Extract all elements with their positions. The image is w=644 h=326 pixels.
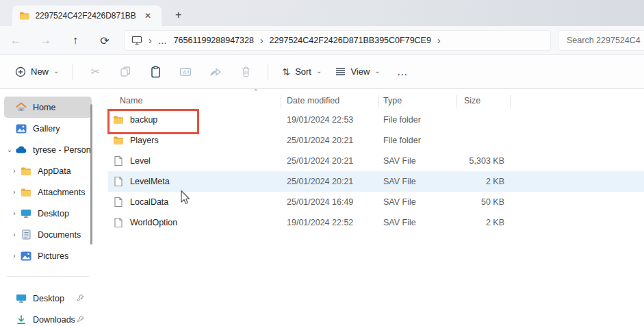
chevron-right-icon: › [149,36,152,45]
forward-button[interactable]: → [36,32,55,49]
view-button-label: View [350,66,370,77]
this-pc-icon [131,36,142,45]
onedrive-cloud-icon [15,145,27,155]
new-button-label: New [31,66,49,77]
refresh-button[interactable]: ⟳ [95,32,114,49]
copy-button[interactable] [110,62,140,82]
cut-button[interactable]: ✂ [80,62,110,82]
documents-icon [20,229,32,240]
share-icon [209,66,222,77]
tab-close-icon[interactable]: ✕ [141,10,155,21]
chevron-collapsed-icon[interactable]: › [9,231,20,238]
file-icon [113,197,124,207]
file-icon [113,156,124,166]
column-divider[interactable] [378,95,379,108]
tab-title: 2297524C42F2426D871BB395C0F79CE9 [35,11,136,21]
chevron-right-icon: › [260,36,263,45]
gallery-icon [15,123,27,134]
folder-icon [113,136,124,145]
navigation-pane: Home Gallery ⌄ [0,89,96,326]
sidebar-scrollbar[interactable] [90,104,92,244]
mouse-cursor [178,189,190,205]
trash-icon [241,66,251,77]
breadcrumb-item[interactable]: 2297524C42F2426D871BB395C0F79CE9 [270,36,431,45]
back-button[interactable]: ← [6,32,25,49]
tab-strip: 2297524C42F2426D871BB395C0F79CE9 ✕ + [0,0,644,26]
sidebar-item-documents[interactable]: › Documents [9,224,92,245]
pin-icon [77,294,85,303]
column-divider[interactable] [456,95,457,108]
chevron-right-icon: › [437,36,441,45]
chevron-collapsed-icon[interactable]: › [9,188,20,196]
sidebar-item-desktop[interactable]: › Desktop [9,203,92,224]
column-header-date-modified[interactable]: Date modified [281,96,378,105]
sidebar-item-home[interactable]: Home [4,97,92,118]
sidebar-item-pictures[interactable]: › Pictures [9,245,92,266]
file-icon [113,177,124,186]
file-row-level[interactable]: Level 25/01/2024 20:21 SAV File 5,303 KB [108,151,644,171]
search-input[interactable]: Search 2297524C4 [558,30,644,51]
breadcrumb-item[interactable]: 76561199288947328 [174,36,254,45]
paste-button[interactable] [140,62,170,82]
chevron-down-icon: ⌄ [316,67,322,75]
view-list-icon [335,67,346,76]
share-button[interactable] [201,62,231,82]
column-header-type[interactable]: Type [378,96,456,105]
sort-ascending-icon: ⌃ [253,88,259,95]
folder-icon [20,166,32,177]
view-button[interactable]: View ⌄ [329,62,387,81]
svg-text:A: A [183,69,187,75]
sidebar-item-onedrive[interactable]: ⌄ tyrese - Persona [4,139,92,160]
chevron-down-icon: ⌄ [53,67,59,75]
scissors-icon: ✂ [91,65,100,78]
column-headers: Name Date modified Type Size ⌃ [108,91,644,110]
address-bar[interactable]: › … 76561199288947328 › 2297524C42F2426D… [124,30,551,51]
paste-icon [150,66,162,78]
command-bar: New ⌄ ✂ A [0,55,644,89]
chevron-collapsed-icon[interactable]: › [9,252,20,260]
folder-icon [20,187,32,198]
sort-arrows-icon: ⇅ [282,66,290,77]
column-header-size[interactable]: Size [456,96,510,105]
navigation-bar: ← → ↑ ⟳ › … 76561199288947328 › 2297524C… [0,26,644,55]
home-icon [15,102,27,113]
sort-button-label: Sort [295,66,311,77]
plus-circle-icon [15,66,26,77]
new-tab-button[interactable]: + [170,8,187,22]
desktop-icon [15,293,27,304]
file-explorer-window: 2297524C42F2426D871BB395C0F79CE9 ✕ + ← →… [0,0,644,326]
rename-icon: A [179,66,192,77]
column-divider[interactable] [281,95,281,108]
explorer-tab[interactable]: 2297524C42F2426D871BB395C0F79CE9 ✕ [12,5,162,26]
downloads-icon [15,314,27,325]
window-body: Home Gallery ⌄ [0,89,644,326]
sidebar-item-gallery[interactable]: Gallery [4,118,92,139]
rename-button[interactable]: A [170,62,201,82]
sidebar-item-downloads-pinned[interactable]: Downloads [4,309,92,326]
file-list-pane: Name Date modified Type Size ⌃ backup 19… [96,89,644,326]
chevron-expanded-icon[interactable]: ⌄ [4,146,15,153]
sidebar-item-attachments[interactable]: › Attachments [9,181,92,203]
pictures-icon [20,251,32,262]
up-button[interactable]: ↑ [66,32,85,49]
column-header-name[interactable]: Name [108,96,281,105]
new-button[interactable]: New ⌄ [8,62,66,82]
breadcrumb-overflow-button[interactable]: … [158,36,168,46]
search-text: Search 2297524C4 [567,36,641,45]
sidebar-item-desktop-pinned[interactable]: Desktop [4,288,92,309]
highlight-rectangle [107,109,199,134]
chevron-collapsed-icon[interactable]: › [9,210,20,217]
copy-icon [120,66,131,77]
column-divider[interactable] [510,95,511,108]
pin-icon [77,315,85,325]
toolbar-divider [268,64,268,80]
more-options-button[interactable]: … [387,66,419,78]
file-icon [113,218,124,227]
folder-icon [19,10,29,21]
sidebar-item-appdata[interactable]: › AppData [9,160,92,181]
file-row-worldoption[interactable]: WorldOption 19/01/2024 22:52 SAV File 2 … [108,212,644,233]
sidebar-separator [7,276,89,277]
chevron-collapsed-icon[interactable]: › [9,167,20,175]
delete-button[interactable] [231,62,261,82]
sort-button[interactable]: ⇅ Sort ⌄ [275,62,329,82]
